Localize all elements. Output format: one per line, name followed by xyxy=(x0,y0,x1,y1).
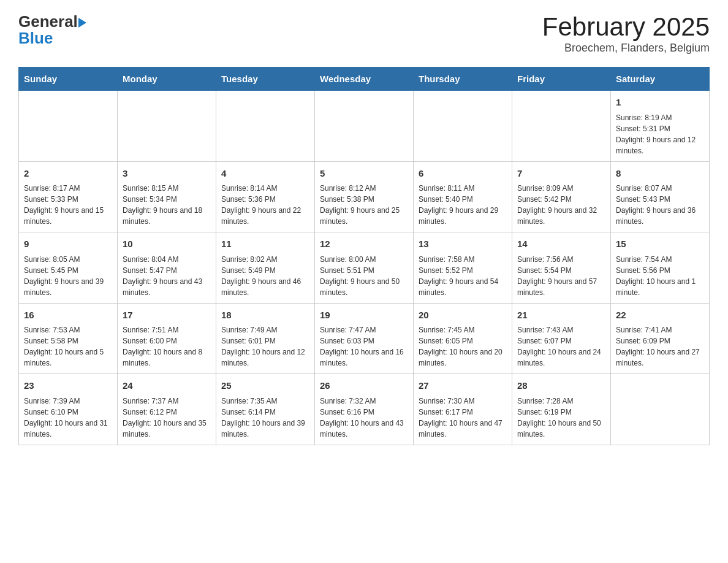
day-number: 12 xyxy=(320,237,408,251)
day-info: Sunrise: 7:49 AM Sunset: 6:01 PM Dayligh… xyxy=(221,324,309,369)
day-info: Sunrise: 7:45 AM Sunset: 6:05 PM Dayligh… xyxy=(419,324,507,369)
day-info: Sunrise: 8:07 AM Sunset: 5:43 PM Dayligh… xyxy=(616,183,704,227)
calendar-cell: 23Sunrise: 7:39 AM Sunset: 6:10 PM Dayli… xyxy=(19,374,118,445)
calendar-cell: 11Sunrise: 8:02 AM Sunset: 5:49 PM Dayli… xyxy=(216,232,315,304)
calendar-cell xyxy=(19,91,118,162)
day-info: Sunrise: 8:15 AM Sunset: 5:34 PM Dayligh… xyxy=(123,183,211,227)
calendar-cell xyxy=(414,91,512,162)
day-number: 5 xyxy=(320,167,408,181)
day-number: 3 xyxy=(123,167,211,181)
header-thursday: Thursday xyxy=(414,67,512,91)
calendar-cell xyxy=(315,91,414,162)
day-number: 20 xyxy=(419,308,507,323)
calendar-cell: 13Sunrise: 7:58 AM Sunset: 5:52 PM Dayli… xyxy=(414,232,512,304)
header-saturday: Saturday xyxy=(611,67,710,91)
day-number: 6 xyxy=(419,167,507,181)
calendar-cell xyxy=(118,91,216,162)
day-info: Sunrise: 8:05 AM Sunset: 5:45 PM Dayligh… xyxy=(24,254,112,298)
calendar-cell: 9Sunrise: 8:05 AM Sunset: 5:45 PM Daylig… xyxy=(19,232,118,304)
day-number: 22 xyxy=(616,308,704,323)
header-friday: Friday xyxy=(512,67,611,91)
calendar-cell: 7Sunrise: 8:09 AM Sunset: 5:42 PM Daylig… xyxy=(512,161,611,232)
calendar-table: SundayMondayTuesdayWednesdayThursdayFrid… xyxy=(18,67,710,445)
day-info: Sunrise: 7:35 AM Sunset: 6:14 PM Dayligh… xyxy=(221,396,309,440)
calendar-cell: 4Sunrise: 8:14 AM Sunset: 5:36 PM Daylig… xyxy=(216,161,315,232)
header-sunday: Sunday xyxy=(19,67,118,91)
calendar-cell: 14Sunrise: 7:56 AM Sunset: 5:54 PM Dayli… xyxy=(512,232,611,304)
calendar-cell: 2Sunrise: 8:17 AM Sunset: 5:33 PM Daylig… xyxy=(19,161,118,232)
calendar-cell: 20Sunrise: 7:45 AM Sunset: 6:05 PM Dayli… xyxy=(414,303,512,374)
calendar-header-row: SundayMondayTuesdayWednesdayThursdayFrid… xyxy=(19,67,710,91)
day-number: 10 xyxy=(123,237,211,251)
calendar-cell xyxy=(611,374,710,445)
day-number: 23 xyxy=(24,379,112,393)
day-number: 9 xyxy=(24,237,112,251)
logo-blue-text: Blue xyxy=(18,29,53,48)
day-number: 16 xyxy=(24,308,112,323)
week-row-3: 9Sunrise: 8:05 AM Sunset: 5:45 PM Daylig… xyxy=(19,232,710,304)
day-info: Sunrise: 8:00 AM Sunset: 5:51 PM Dayligh… xyxy=(320,254,408,298)
page-header: General Blue February 2025 Broechem, Fla… xyxy=(18,12,710,55)
calendar-cell: 10Sunrise: 8:04 AM Sunset: 5:47 PM Dayli… xyxy=(118,232,216,304)
day-info: Sunrise: 8:12 AM Sunset: 5:38 PM Dayligh… xyxy=(320,183,408,227)
month-title: February 2025 xyxy=(542,12,710,42)
calendar-cell: 8Sunrise: 8:07 AM Sunset: 5:43 PM Daylig… xyxy=(611,161,710,232)
day-info: Sunrise: 7:32 AM Sunset: 6:16 PM Dayligh… xyxy=(320,396,408,440)
day-number: 4 xyxy=(221,167,309,181)
day-info: Sunrise: 7:28 AM Sunset: 6:19 PM Dayligh… xyxy=(517,396,605,440)
day-info: Sunrise: 7:47 AM Sunset: 6:03 PM Dayligh… xyxy=(320,324,408,369)
calendar-cell: 25Sunrise: 7:35 AM Sunset: 6:14 PM Dayli… xyxy=(216,374,315,445)
day-number: 17 xyxy=(123,308,211,323)
calendar-cell: 26Sunrise: 7:32 AM Sunset: 6:16 PM Dayli… xyxy=(315,374,414,445)
week-row-5: 23Sunrise: 7:39 AM Sunset: 6:10 PM Dayli… xyxy=(19,374,710,445)
week-row-2: 2Sunrise: 8:17 AM Sunset: 5:33 PM Daylig… xyxy=(19,161,710,232)
day-number: 7 xyxy=(517,167,605,181)
day-number: 18 xyxy=(221,308,309,323)
calendar-cell: 6Sunrise: 8:11 AM Sunset: 5:40 PM Daylig… xyxy=(414,161,512,232)
day-info: Sunrise: 7:41 AM Sunset: 6:09 PM Dayligh… xyxy=(616,324,704,369)
day-number: 27 xyxy=(419,379,507,393)
day-number: 26 xyxy=(320,379,408,393)
day-info: Sunrise: 8:14 AM Sunset: 5:36 PM Dayligh… xyxy=(221,183,309,227)
day-info: Sunrise: 7:37 AM Sunset: 6:12 PM Dayligh… xyxy=(123,396,211,440)
location: Broechem, Flanders, Belgium xyxy=(542,42,710,55)
calendar-cell: 19Sunrise: 7:47 AM Sunset: 6:03 PM Dayli… xyxy=(315,303,414,374)
header-wednesday: Wednesday xyxy=(315,67,414,91)
day-info: Sunrise: 8:11 AM Sunset: 5:40 PM Dayligh… xyxy=(419,183,507,227)
calendar-cell: 16Sunrise: 7:53 AM Sunset: 5:58 PM Dayli… xyxy=(19,303,118,374)
day-number: 19 xyxy=(320,308,408,323)
day-number: 2 xyxy=(24,167,112,181)
day-info: Sunrise: 8:19 AM Sunset: 5:31 PM Dayligh… xyxy=(616,112,704,156)
calendar-cell: 12Sunrise: 8:00 AM Sunset: 5:51 PM Dayli… xyxy=(315,232,414,304)
day-number: 1 xyxy=(616,96,704,110)
logo: General Blue xyxy=(18,12,86,48)
calendar-cell: 24Sunrise: 7:37 AM Sunset: 6:12 PM Dayli… xyxy=(118,374,216,445)
title-section: February 2025 Broechem, Flanders, Belgiu… xyxy=(542,12,710,55)
day-number: 14 xyxy=(517,237,605,251)
day-info: Sunrise: 7:30 AM Sunset: 6:17 PM Dayligh… xyxy=(419,396,507,440)
calendar-cell: 27Sunrise: 7:30 AM Sunset: 6:17 PM Dayli… xyxy=(414,374,512,445)
day-number: 21 xyxy=(517,308,605,323)
calendar-cell: 17Sunrise: 7:51 AM Sunset: 6:00 PM Dayli… xyxy=(118,303,216,374)
day-info: Sunrise: 7:51 AM Sunset: 6:00 PM Dayligh… xyxy=(123,324,211,369)
day-number: 24 xyxy=(123,379,211,393)
calendar-cell xyxy=(216,91,315,162)
day-number: 13 xyxy=(419,237,507,251)
day-info: Sunrise: 7:53 AM Sunset: 5:58 PM Dayligh… xyxy=(24,324,112,369)
calendar-cell: 3Sunrise: 8:15 AM Sunset: 5:34 PM Daylig… xyxy=(118,161,216,232)
day-number: 11 xyxy=(221,237,309,251)
day-info: Sunrise: 7:54 AM Sunset: 5:56 PM Dayligh… xyxy=(616,254,704,298)
day-info: Sunrise: 8:09 AM Sunset: 5:42 PM Dayligh… xyxy=(517,183,605,227)
day-number: 28 xyxy=(517,379,605,393)
calendar-cell xyxy=(512,91,611,162)
day-info: Sunrise: 8:02 AM Sunset: 5:49 PM Dayligh… xyxy=(221,254,309,298)
day-number: 8 xyxy=(616,167,704,181)
header-monday: Monday xyxy=(118,67,216,91)
day-number: 15 xyxy=(616,237,704,251)
calendar-cell: 5Sunrise: 8:12 AM Sunset: 5:38 PM Daylig… xyxy=(315,161,414,232)
week-row-4: 16Sunrise: 7:53 AM Sunset: 5:58 PM Dayli… xyxy=(19,303,710,374)
day-info: Sunrise: 7:56 AM Sunset: 5:54 PM Dayligh… xyxy=(517,254,605,298)
calendar-cell: 22Sunrise: 7:41 AM Sunset: 6:09 PM Dayli… xyxy=(611,303,710,374)
day-number: 25 xyxy=(221,379,309,393)
calendar-cell: 28Sunrise: 7:28 AM Sunset: 6:19 PM Dayli… xyxy=(512,374,611,445)
